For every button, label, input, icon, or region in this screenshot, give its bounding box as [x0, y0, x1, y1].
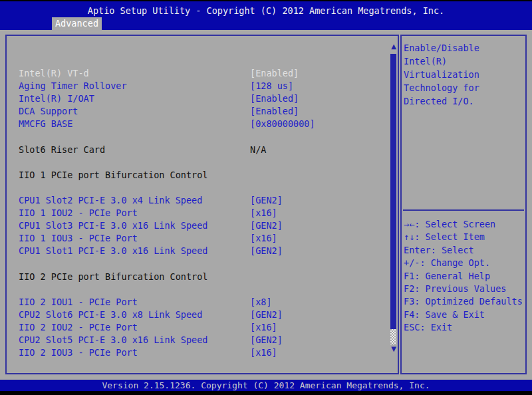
help-text-line: Virtualization: [404, 68, 524, 81]
menu-spacer: [7, 182, 388, 195]
menu-spacer: [7, 284, 388, 297]
settings-panel: Intel(R) VT-d[Enabled]Aging Timer Rollov…: [5, 35, 399, 374]
scrollbar-thumb[interactable]: [390, 54, 396, 329]
menu-item-label: Slot6 Riser Card: [19, 144, 105, 155]
menu-item[interactable]: IIO 2 IOU2 - PCIe Port[x16]: [7, 322, 388, 334]
menu-item-label: IIO 2 IOU1 - PCIe Port: [19, 297, 138, 307]
menu-item[interactable]: CPU1 Slot3 PCI-E 3.0 x16 Link Speed[GEN2…: [7, 220, 388, 233]
version-bar: Version 2.15.1236. Copyright (C) 2012 Am…: [0, 380, 532, 391]
tab-advanced-label: Advanced: [55, 18, 98, 29]
menu-item-label: Aging Timer Rollover: [19, 80, 127, 91]
menu-spacer: [7, 157, 388, 170]
hotkey-legend: →←: Select Screen↑↓: Select ItemEnter: S…: [404, 218, 524, 334]
menu-item-label: CPU1 Slot3 PCI-E 3.0 x16 Link Speed: [19, 220, 207, 231]
menu-item-value: [128 us]: [250, 80, 293, 91]
hotkey-line: F2: Previous Values: [404, 283, 524, 295]
menu-item-value: [GEN2]: [250, 220, 283, 231]
menu-item[interactable]: CPU1 Slot2 PCI-E 3.0 x4 Link Speed[GEN2]: [7, 195, 388, 207]
menu-item-label: IIO 1 IOU2 - PCIe Port: [19, 207, 138, 218]
menu-item-label: CPU1 Slot1 PCI-E 3.0 x16 Link Speed: [19, 245, 207, 256]
help-divider: [403, 209, 524, 211]
menu-item[interactable]: MMCFG BASE[0x80000000]: [7, 118, 388, 131]
menu-item-value: [Enabled]: [250, 106, 299, 116]
hotkey-line: ↑↓: Select Item: [404, 231, 524, 243]
menu-item[interactable]: Intel(R) VT-d[Enabled]: [7, 68, 388, 80]
menu-item-value: N/A: [250, 144, 266, 155]
hotkey-line: F4: Save & Exit: [404, 309, 524, 321]
hotkey-line: →←: Select Screen: [404, 218, 524, 231]
title-bar-text: Aptio Setup Utility - Copyright (C) 2012…: [88, 5, 444, 16]
menu-item-value: [x16]: [250, 207, 277, 218]
menu-item-value: [x16]: [250, 347, 277, 358]
help-text-line: Technology for: [404, 81, 524, 94]
menu-item-value: [0x80000000]: [250, 118, 315, 129]
help-text-line: Directed I/O.: [404, 94, 524, 108]
hotkey-line: F1: General Help: [404, 270, 524, 283]
menu-item-label: DCA Support: [19, 106, 78, 116]
menu-item-label: IIO 2 PCIe port Bifurcation Control: [19, 271, 207, 282]
help-panel: Enable/DisableIntel(R)VirtualizationTech…: [400, 35, 527, 374]
version-bar-text: Version 2.15.1236. Copyright (C) 2012 Am…: [102, 380, 430, 390]
tab-advanced[interactable]: Advanced: [52, 17, 102, 30]
help-text: Enable/DisableIntel(R)VirtualizationTech…: [404, 41, 524, 108]
menu-item-label: CPU2 Slot6 PCI-E 3.0 x8 Link Speed: [19, 309, 202, 320]
menu-item[interactable]: DCA Support[Enabled]: [7, 106, 388, 118]
menu-spacer: [7, 258, 388, 271]
help-text-line: Intel(R): [404, 55, 524, 68]
menu-item-value: [x16]: [250, 233, 277, 243]
menu-item-value: [GEN2]: [250, 245, 283, 256]
menu-item[interactable]: CPU2 Slot5 PCI-E 3.0 x16 Link Speed[GEN2…: [7, 334, 388, 347]
menu-item-value: [GEN2]: [250, 309, 283, 320]
menu-spacer: [7, 131, 388, 144]
menu-item[interactable]: Intel(R) I/OAT[Enabled]: [7, 93, 388, 106]
menu-item[interactable]: IIO 1 IOU2 - PCIe Port[x16]: [7, 207, 388, 220]
menu-item-value: [x16]: [250, 322, 277, 332]
menu-item-label: CPU1 Slot2 PCI-E 3.0 x4 Link Speed: [19, 195, 202, 205]
hotkey-line: Enter: Select: [404, 244, 524, 257]
bios-setup-screen: Aptio Setup Utility - Copyright (C) 2012…: [0, 0, 532, 395]
menu-item-label: Intel(R) VT-d: [19, 68, 89, 78]
menu-item-label: IIO 2 IOU2 - PCIe Port: [19, 322, 138, 332]
scroll-up-icon[interactable]: ▲: [390, 42, 398, 51]
menu-item[interactable]: IIO 2 IOU1 - PCIe Port[x8]: [7, 297, 388, 309]
menu-item-value: [GEN2]: [250, 195, 283, 205]
menu-item-label: MMCFG BASE: [19, 118, 72, 129]
help-text-line: Enable/Disable: [404, 41, 524, 55]
settings-rows: Intel(R) VT-d[Enabled]Aging Timer Rollov…: [7, 68, 388, 360]
menu-item-label: CPU2 Slot5 PCI-E 3.0 x16 Link Speed: [19, 334, 207, 345]
hotkey-line: ESC: Exit: [404, 321, 524, 334]
menu-item[interactable]: IIO 1 IOU3 - PCIe Port[x16]: [7, 233, 388, 245]
menu-item-value: [Enabled]: [250, 68, 299, 78]
scroll-down-icon[interactable]: ▼: [390, 344, 398, 354]
scrollbar[interactable]: ▲ ▼: [390, 36, 398, 373]
hotkey-line: +/-: Change Opt.: [404, 257, 524, 269]
menu-info-row: IIO 2 PCIe port Bifurcation Control: [7, 271, 388, 284]
bottom-black-strip: [0, 391, 532, 395]
menu-info-row: Slot6 Riser CardN/A: [7, 144, 388, 157]
menu-item-label: IIO 1 PCIe port Bifurcation Control: [19, 170, 207, 180]
menu-item-value: [Enabled]: [250, 93, 299, 104]
menu-item-label: IIO 1 IOU3 - PCIe Port: [19, 233, 138, 243]
hotkey-line: F3: Optimized Defaults: [404, 295, 524, 308]
menu-item-label: IIO 2 IOU3 - PCIe Port: [19, 347, 138, 358]
scrollbar-track[interactable]: [390, 329, 396, 344]
menu-item[interactable]: IIO 2 IOU3 - PCIe Port[x16]: [7, 347, 388, 360]
menu-item-label: Intel(R) I/OAT: [19, 93, 94, 104]
menu-info-row: IIO 1 PCIe port Bifurcation Control: [7, 170, 388, 182]
menu-item-value: [GEN2]: [250, 334, 283, 345]
menu-item[interactable]: CPU1 Slot1 PCI-E 3.0 x16 Link Speed[GEN2…: [7, 245, 388, 258]
menu-item[interactable]: CPU2 Slot6 PCI-E 3.0 x8 Link Speed[GEN2]: [7, 309, 388, 322]
menu-item-value: [x8]: [250, 297, 272, 307]
menu-item[interactable]: Aging Timer Rollover[128 us]: [7, 80, 388, 93]
